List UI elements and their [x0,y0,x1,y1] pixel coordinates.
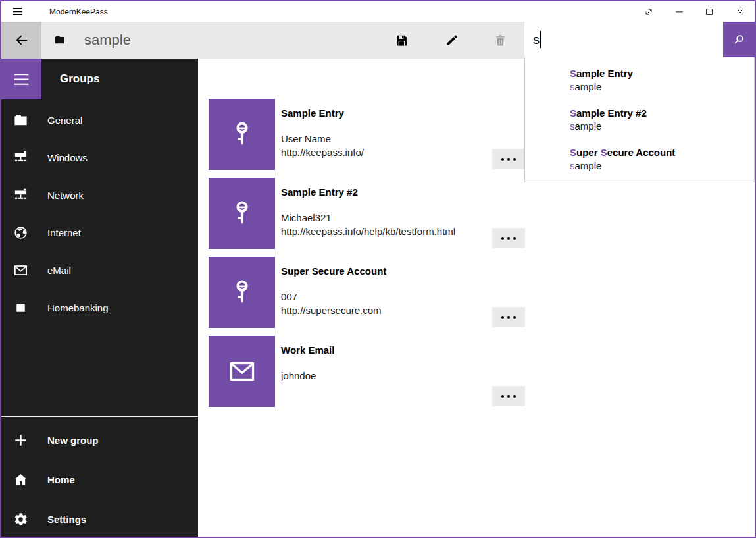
entry-more-button[interactable] [492,307,525,327]
entry-username: User Name [281,133,331,144]
globe-icon [13,225,28,240]
key-icon [227,277,257,308]
entry-username: Michael321 [281,212,332,223]
sidebar-item-internet[interactable]: Internet [1,214,198,252]
plus-icon [13,433,28,448]
matched-character: s [570,121,575,132]
network-icon [13,188,28,203]
entry-more-button[interactable] [492,386,525,406]
entry-more-button[interactable] [492,149,525,169]
maximize-button[interactable] [694,1,724,22]
dot [507,158,510,161]
entry-username: 007 [281,291,297,302]
sidebar-footer: New group Home Settings [1,420,198,538]
entry-tile[interactable] [209,178,275,249]
entry-tile[interactable] [209,257,275,328]
search-box: s [524,22,755,57]
matched-character: S [570,68,576,79]
matched-character: S [570,107,576,119]
diagonal-arrows-icon [643,7,654,17]
dot [513,237,516,240]
window-controls [634,1,755,22]
fullscreen-button[interactable] [634,1,664,22]
suggestion-group: sample [570,80,754,94]
app-window: ModernKeePass sample [0,0,756,538]
sidebar-item-homebanking[interactable]: Homebanking [1,289,198,327]
back-arrow-icon [14,33,29,47]
mail-icon [13,263,28,278]
dot [501,316,504,319]
folder-icon [13,113,28,128]
hamburger-icon [12,70,31,89]
close-icon [734,6,745,17]
sidebar-item-new-group[interactable]: New group [1,420,198,460]
matched-character: s [570,81,575,92]
entry-row[interactable]: Super Secure Account 007 http://supersec… [209,257,526,328]
titlebar-menu-button[interactable] [1,1,33,22]
dot [513,158,516,161]
entry-username: johndoe [281,370,316,381]
save-button[interactable] [386,24,417,56]
database-icon-wrap [54,34,65,45]
app-title: ModernKeePass [49,7,108,16]
home-icon [13,472,28,487]
entry-row[interactable]: Work Email johndoe [209,336,526,407]
sidebar: Groups General Windows Network Internet … [1,59,198,537]
dot [501,158,504,161]
sidebar-menu-button[interactable] [1,59,41,99]
suggestion-title: Super Secure Account [570,146,754,159]
database-title: sample [84,22,131,59]
search-input-value: s [533,32,540,47]
trash-icon [493,34,507,47]
minimize-button[interactable] [664,1,694,22]
entry-row[interactable]: Sample Entry User Name http://keepass.in… [209,99,526,170]
entry-tile[interactable] [209,99,275,170]
sidebar-item-general[interactable]: General [1,101,198,139]
minimize-icon [674,6,685,17]
sidebar-item-windows[interactable]: Windows [1,139,198,176]
search-button[interactable] [723,22,755,57]
suggestion-title: Sample Entry [570,67,754,80]
suggestion-group: sample [570,159,754,173]
key-icon [227,198,257,229]
entry-tile[interactable] [209,336,275,407]
sidebar-item-settings[interactable]: Settings [1,499,198,538]
dot [501,395,504,398]
sidebar-item-network[interactable]: Network [1,176,198,214]
close-button[interactable] [724,1,755,22]
matched-character: S [570,147,576,158]
search-suggestion[interactable]: Sample Entry #2 sample [525,101,754,140]
entry-title: Super Secure Account [281,265,386,277]
entry-url: http://supersecure.com [281,305,382,316]
hamburger-icon [11,5,24,18]
entry-more-button[interactable] [492,228,525,248]
square-icon [13,300,28,315]
search-suggestion[interactable]: Super Secure Account sample [525,140,754,180]
database-icon [54,34,65,45]
suggestion-title: Sample Entry #2 [570,107,754,120]
network-icon [13,150,28,165]
magnifier-icon [732,33,745,46]
dot [501,237,504,240]
search-suggestion[interactable]: Sample Entry sample [525,61,754,101]
matched-character: S [601,147,607,158]
save-icon [395,34,409,47]
matched-character: s [570,160,575,171]
entry-title: Sample Entry [281,107,344,119]
key-icon [227,119,257,149]
dot [507,237,510,240]
pencil-icon [445,34,459,47]
sidebar-item-home[interactable]: Home [1,460,198,499]
dot [513,316,516,319]
titlebar: ModernKeePass [1,1,755,22]
edit-button[interactable] [436,24,467,56]
entry-title: Work Email [281,344,334,356]
entry-row[interactable]: Sample Entry #2 Michael321 http://keepas… [209,178,526,249]
entry-url: http://keepass.info/help/kb/testform.htm… [281,226,455,237]
delete-button[interactable] [484,24,516,56]
dot [507,395,510,398]
search-input[interactable]: s [524,22,723,57]
maximize-icon [704,7,715,17]
sidebar-item-email[interactable]: eMail [1,252,198,289]
back-button[interactable] [1,22,41,59]
